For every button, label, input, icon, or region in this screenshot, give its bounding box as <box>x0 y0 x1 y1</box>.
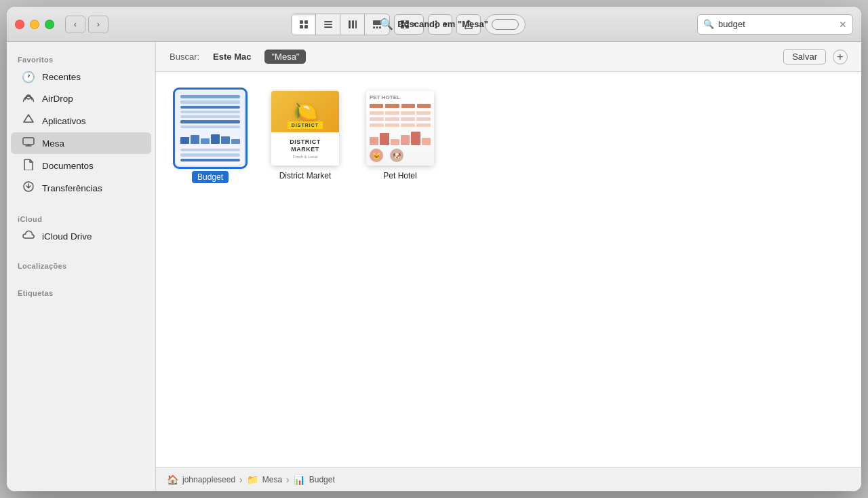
status-folder: Mesa <box>262 475 282 484</box>
home-icon: 🏠 <box>167 474 178 485</box>
sidebar-item-label: Aplicativos <box>42 116 86 126</box>
save-search-button[interactable]: Salvar <box>783 49 826 64</box>
svg-rect-14 <box>401 20 404 24</box>
favorites-label: Favoritos <box>7 50 155 66</box>
file-icon: 📊 <box>294 474 305 485</box>
district-market-thumb-title: DISTRICTMARKET <box>290 138 321 153</box>
svg-rect-0 <box>300 20 303 24</box>
search-clear-button[interactable]: ✕ <box>839 20 847 29</box>
search-bar: Buscar: Este Mac "Mesa" Salvar + <box>156 42 861 72</box>
tag-button[interactable] <box>485 14 526 35</box>
chevron-down-icon: ▼ <box>412 21 418 28</box>
status-bar: 🏠 johnappleseed › 📁 Mesa › 📊 Budget <box>156 467 861 491</box>
file-item-budget[interactable]: Budget <box>170 85 251 189</box>
file-item-district-market[interactable]: 🍋 DISTRICT DISTRICTMARKET Fresh & Local <box>264 85 346 189</box>
documentos-icon <box>22 158 35 173</box>
sidebar-item-label: AirDrop <box>42 94 73 104</box>
group-view-button[interactable]: ▼ <box>394 14 424 35</box>
view-mode-group <box>291 14 390 35</box>
file-name-pet-hotel: Pet Hotel <box>383 171 416 180</box>
action-button[interactable]: ▼ <box>428 14 452 35</box>
sidebar-item-mesa[interactable]: Mesa <box>11 132 151 154</box>
svg-rect-22 <box>23 138 34 145</box>
scope-mac-button[interactable]: Este Mac <box>206 50 258 64</box>
share-button[interactable] <box>456 14 481 35</box>
svg-rect-13 <box>379 26 381 28</box>
view-column-button[interactable] <box>340 14 365 35</box>
icloud-drive-icon <box>22 230 35 242</box>
aplicativos-icon <box>22 113 35 128</box>
svg-point-19 <box>435 20 437 22</box>
file-thumbnail-district-market: 🍋 DISTRICT DISTRICTMARKET Fresh & Local <box>271 91 339 166</box>
svg-rect-1 <box>304 20 308 24</box>
view-list-button[interactable] <box>316 14 340 35</box>
svg-rect-2 <box>300 25 303 28</box>
sidebar-item-label: Recentes <box>42 72 81 82</box>
nav-buttons: ‹ › <box>65 16 108 33</box>
sidebar-item-recentes[interactable]: 🕐 Recentes <box>11 67 151 87</box>
icloud-label: iCloud <box>7 210 155 226</box>
content-area: Buscar: Este Mac "Mesa" Salvar + <box>156 42 861 491</box>
sidebar-item-label: Mesa <box>42 138 64 149</box>
status-sep-1: › <box>239 474 243 485</box>
svg-rect-16 <box>401 25 404 28</box>
file-thumbnail-pet-hotel: PET HOTEL <box>366 91 434 166</box>
forward-button[interactable]: › <box>88 16 108 33</box>
main-content: Favoritos 🕐 Recentes AirDrop <box>7 42 861 491</box>
sidebar-item-documentos[interactable]: Documentos <box>11 155 151 176</box>
file-item-pet-hotel[interactable]: PET HOTEL <box>359 85 441 189</box>
svg-rect-5 <box>324 24 332 25</box>
svg-rect-7 <box>349 20 351 28</box>
svg-rect-17 <box>406 25 409 28</box>
svg-rect-10 <box>373 20 381 25</box>
search-icon: 🔍 <box>703 19 714 29</box>
sidebar-item-transferencias[interactable]: Transferências <box>11 177 151 199</box>
sidebar: Favoritos 🕐 Recentes AirDrop <box>7 42 156 491</box>
close-button[interactable] <box>15 20 24 29</box>
status-user: johnappleseed <box>182 475 235 484</box>
sidebar-item-airdrop[interactable]: AirDrop <box>11 88 151 109</box>
svg-rect-9 <box>355 20 357 28</box>
sidebar-item-label: Transferências <box>42 183 102 193</box>
search-input[interactable] <box>718 19 835 29</box>
svg-rect-8 <box>352 20 354 28</box>
recentes-icon: 🕐 <box>22 71 35 83</box>
svg-point-20 <box>435 26 437 28</box>
svg-rect-11 <box>373 26 375 28</box>
titlebar: ‹ › 🔍 Buscando em "Mesa" <box>7 7 861 42</box>
file-name-budget: Budget <box>192 171 229 183</box>
sidebar-item-icloud-drive[interactable]: iCloud Drive <box>11 227 151 246</box>
sidebar-item-label: iCloud Drive <box>42 231 92 242</box>
file-name-district-market: District Market <box>279 171 332 180</box>
transferencias-icon <box>22 180 35 195</box>
svg-rect-6 <box>324 26 332 28</box>
svg-rect-15 <box>406 20 409 24</box>
svg-point-18 <box>435 23 437 25</box>
mesa-icon <box>22 136 35 151</box>
scope-active-badge[interactable]: "Mesa" <box>264 50 306 64</box>
svg-rect-3 <box>304 25 308 28</box>
add-button[interactable]: + <box>833 50 848 64</box>
search-box: 🔍 ✕ <box>697 14 853 35</box>
back-button[interactable]: ‹ <box>65 16 85 33</box>
maximize-button[interactable] <box>45 20 54 29</box>
view-grid-button[interactable] <box>292 14 316 35</box>
search-bar-label: Buscar: <box>170 52 199 62</box>
status-file: Budget <box>309 475 335 484</box>
file-grid: Budget 🍋 DISTRICT <box>156 72 861 467</box>
svg-rect-4 <box>324 21 332 22</box>
toolbar: ▼ ▼ <box>119 14 697 35</box>
file-thumbnail-budget <box>176 91 244 166</box>
action-chevron-icon: ▼ <box>442 21 448 28</box>
minimize-button[interactable] <box>30 20 39 29</box>
svg-rect-12 <box>376 26 378 28</box>
folder-icon: 📁 <box>247 474 258 485</box>
tags-label: Etiquetas <box>7 284 155 300</box>
locations-label: Localizações <box>7 256 155 273</box>
traffic-lights <box>15 20 54 29</box>
airdrop-icon <box>22 91 35 106</box>
sidebar-item-aplicativos[interactable]: Aplicativos <box>11 110 151 132</box>
sidebar-item-label: Documentos <box>42 161 94 171</box>
view-gallery-button[interactable] <box>365 14 389 35</box>
status-sep-2: › <box>286 474 290 485</box>
